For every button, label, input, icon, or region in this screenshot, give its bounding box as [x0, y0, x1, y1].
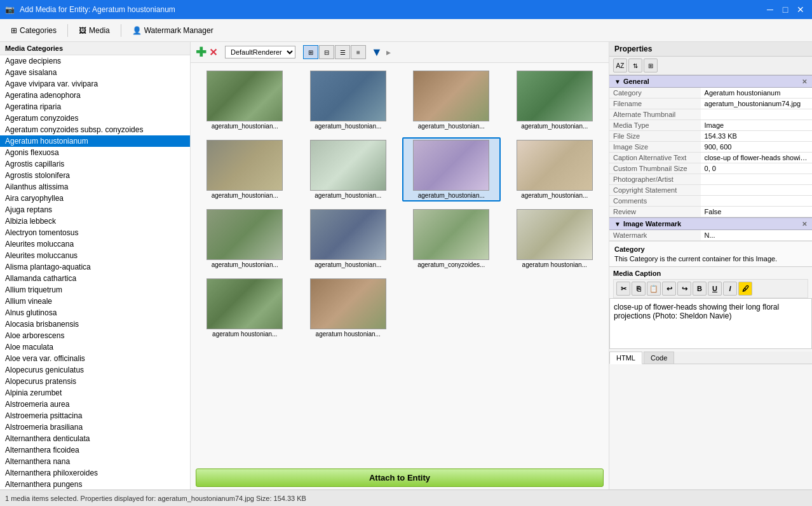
category-item[interactable]: Aira caryophyllea — [0, 193, 190, 204]
category-item[interactable]: Alternanthera philoxeroides — [0, 467, 190, 479]
category-item[interactable]: Allamanda cathartica — [0, 273, 190, 284]
watermark-section-header[interactable]: ▼ Image Watermark ✕ — [609, 217, 812, 230]
category-item[interactable]: Alternanthera ficoidea — [0, 444, 190, 456]
category-item[interactable]: Agave vivipara var. vivipara — [0, 78, 190, 90]
category-item[interactable]: Alstroemeria aurea — [0, 399, 190, 410]
property-value[interactable]: 154.33 KB — [701, 131, 812, 142]
category-item[interactable]: Alnus glutinosa — [0, 307, 190, 318]
property-value[interactable]: False — [701, 207, 812, 217]
media-item[interactable]: ageratum_houstonian... — [402, 137, 501, 202]
add-media-button[interactable]: ✚ — [196, 44, 206, 60]
property-value[interactable]: ageratum_houstonianum74.jpg — [701, 99, 812, 109]
close-button[interactable]: ✕ — [794, 3, 807, 16]
category-item[interactable]: Alisma plantago-aquatica — [0, 261, 190, 273]
category-item[interactable]: Agave sisalana — [0, 67, 190, 78]
watermark-section-close[interactable]: ✕ — [802, 221, 807, 228]
view-large-button[interactable]: ⊞ — [303, 45, 318, 59]
property-value[interactable]: N... — [701, 230, 812, 241]
property-value[interactable] — [701, 185, 812, 196]
property-value[interactable]: close-up of flower-heads showing... — [701, 153, 812, 163]
media-item[interactable]: ageratum_houstonian... — [299, 68, 398, 132]
category-item[interactable]: Agrostis capillaris — [0, 158, 190, 170]
category-item[interactable]: Aleurites moluccanus — [0, 250, 190, 261]
html-tab[interactable]: HTML — [609, 352, 642, 364]
media-item[interactable]: ageratum houstonian... — [506, 207, 604, 271]
media-item[interactable]: ageratum_houstonian... — [299, 137, 398, 202]
category-item[interactable]: Alopecurus pratensis — [0, 376, 190, 387]
category-item[interactable]: Alstroemeria brasiliana — [0, 421, 190, 433]
media-item[interactable]: ageratum houstonian... — [196, 276, 294, 340]
property-value[interactable]: Image — [701, 120, 812, 131]
category-item[interactable]: Albizia lebbeck — [0, 215, 190, 227]
toolbar-watermark[interactable]: 👤 Watermark Manager — [126, 23, 219, 38]
italic-button[interactable]: I — [723, 282, 737, 296]
property-value[interactable]: 900, 600 — [701, 142, 812, 153]
category-item[interactable]: Aloe maculata — [0, 341, 190, 353]
category-item[interactable]: Alternanthera denticulata — [0, 433, 190, 444]
category-item[interactable]: Alectryon tomentosus — [0, 227, 190, 238]
redo-button[interactable]: ↪ — [677, 282, 691, 296]
restore-button[interactable]: □ — [779, 3, 792, 16]
media-item[interactable]: ageratum_houstonian... — [196, 68, 294, 132]
code-tab[interactable]: Code — [644, 352, 674, 364]
media-item[interactable]: ageratum_houstonian... — [196, 207, 294, 271]
minimize-button[interactable]: ─ — [764, 3, 776, 16]
category-item[interactable]: Ageratum conyzoides subsp. conyzoides — [0, 124, 190, 135]
toolbar-media[interactable]: 🖼 Media — [73, 23, 116, 38]
view-small-button[interactable]: ☰ — [335, 45, 350, 59]
media-item[interactable]: ageratum_conyzoides... — [402, 207, 501, 271]
category-item[interactable]: Alternanthera pungens — [0, 479, 190, 489]
category-item[interactable]: Aloe vera var. officinalis — [0, 353, 190, 364]
property-value[interactable] — [701, 174, 812, 185]
general-section-close[interactable]: ✕ — [802, 78, 807, 85]
category-item[interactable]: Ajuga reptans — [0, 204, 190, 215]
category-item[interactable]: Alopecurus geniculatus — [0, 364, 190, 376]
cut-button[interactable]: ✂ — [616, 282, 630, 296]
category-item[interactable]: Allium triquetrum — [0, 284, 190, 296]
attach-to-entity-button[interactable]: Attach to Entity — [196, 468, 604, 487]
category-item[interactable]: Ageratum conyzoides — [0, 113, 190, 124]
category-item[interactable]: Aleurites moluccana — [0, 238, 190, 250]
category-item[interactable]: Agonis flexuosa — [0, 147, 190, 158]
category-item[interactable]: Agave decipiens — [0, 55, 190, 67]
property-value[interactable] — [701, 109, 812, 120]
view-list-button[interactable]: ≡ — [351, 45, 366, 59]
property-value[interactable]: Ageratum houstonianum — [701, 88, 812, 99]
paste-button[interactable]: 📋 — [647, 282, 661, 296]
copy-button[interactable]: ⎘ — [632, 282, 646, 296]
media-item[interactable]: ageratum_houstonian... — [402, 68, 501, 132]
category-item[interactable]: Alocasia brisbanensis — [0, 318, 190, 330]
underline-button[interactable]: U — [708, 282, 722, 296]
view-medium-button[interactable]: ⊟ — [319, 45, 334, 59]
category-item[interactable]: Ageratum houstonianum — [0, 135, 190, 147]
property-value[interactable] — [701, 196, 812, 207]
category-item[interactable]: Allium vineale — [0, 296, 190, 307]
category-item[interactable]: Alternanthera nana — [0, 456, 190, 467]
media-item[interactable]: ageratum_houstonian... — [196, 137, 294, 202]
toolbar-categories[interactable]: ⊞ Categories — [5, 23, 62, 38]
category-item[interactable]: Alstroemeria psittacina — [0, 410, 190, 421]
caption-text[interactable]: close-up of flower-heads showing their l… — [609, 298, 812, 349]
category-item[interactable]: Ageratina riparia — [0, 101, 190, 113]
category-item[interactable]: Aloe arborescens — [0, 330, 190, 341]
delete-media-button[interactable]: ✕ — [209, 46, 217, 58]
media-item[interactable]: ageratum_houstonian... — [506, 68, 604, 132]
media-item[interactable]: ageratum_houstonian... — [299, 207, 398, 271]
media-item[interactable]: ageratum houstonian... — [299, 276, 398, 340]
highlight-button[interactable]: 🖊 — [738, 282, 752, 296]
props-sort-icon[interactable]: ⇅ — [628, 58, 642, 72]
general-section-header[interactable]: ▼ General ✕ — [609, 75, 812, 88]
category-item[interactable]: Ailanthus altissima — [0, 181, 190, 193]
property-value[interactable]: 0, 0 — [701, 163, 812, 174]
undo-button[interactable]: ↩ — [662, 282, 676, 296]
sort-icon[interactable]: ▼ — [371, 46, 382, 59]
media-item-label: ageratum_houstonian... — [315, 192, 381, 199]
props-columns-button[interactable]: ⊞ — [644, 58, 658, 72]
bold-button[interactable]: B — [693, 282, 707, 296]
renderer-select[interactable]: DefaultRenderer ImageRenderer VideoRende… — [225, 46, 295, 58]
category-item[interactable]: Alpinia zerumbet — [0, 387, 190, 399]
category-item[interactable]: Ageratina adenophora — [0, 90, 190, 101]
media-item[interactable]: ageratum_houstonian... — [506, 137, 604, 202]
props-sort-az-button[interactable]: AZ — [613, 58, 627, 72]
category-item[interactable]: Agrostis stolonifera — [0, 170, 190, 181]
